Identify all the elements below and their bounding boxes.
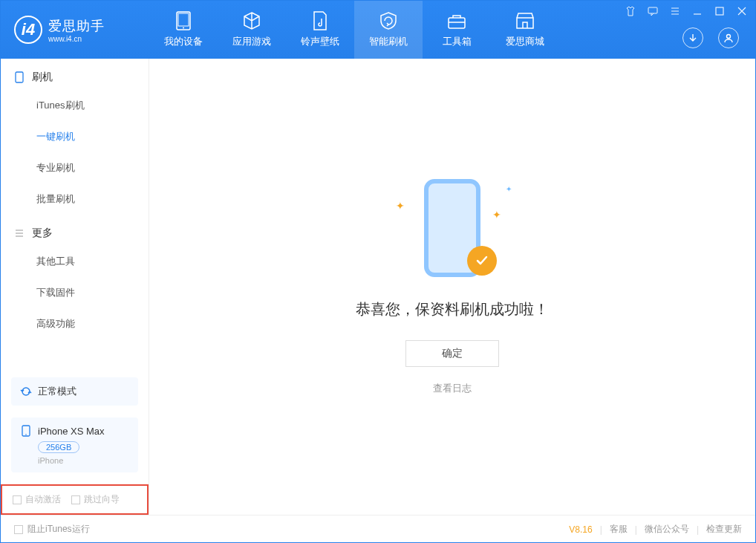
sparkle-icon: ✦ (396, 200, 405, 212)
tab-label: 铃声壁纸 (301, 35, 339, 48)
check-badge-icon (467, 246, 497, 276)
tab-toolbox[interactable]: 工具箱 (423, 1, 491, 59)
list-icon (14, 228, 25, 238)
svg-rect-0 (177, 12, 190, 30)
mode-box[interactable]: 正常模式 (11, 377, 138, 406)
tab-label: 我的设备 (164, 35, 203, 48)
section-title-label: 更多 (32, 227, 53, 240)
sidebar: 刷机 iTunes刷机 一键刷机 专业刷机 批量刷机 更多 其他工具 下载固件 … (1, 59, 149, 515)
sidebar-section-more: 更多 (1, 215, 149, 246)
sparkle-icon: ✦ (492, 209, 501, 221)
svg-point-6 (727, 35, 731, 39)
shirt-icon[interactable] (625, 5, 636, 17)
checkbox-box (13, 495, 22, 504)
confirm-button[interactable]: 确定 (405, 340, 499, 367)
footer: 阻止iTunes运行 V8.16 | 客服 | 微信公众号 | 检查更新 (1, 515, 755, 543)
sidebar-item-other-tools[interactable]: 其他工具 (1, 246, 149, 277)
svg-point-2 (183, 27, 184, 29)
minimize-icon[interactable] (691, 5, 703, 17)
capacity-badge: 256GB (38, 441, 79, 453)
footer-block-itunes[interactable]: 阻止iTunes运行 (14, 523, 90, 536)
phone-icon (20, 425, 32, 437)
footer-link-support[interactable]: 客服 (610, 523, 628, 536)
tab-store[interactable]: 爱思商城 (491, 1, 559, 59)
checkbox-label: 跳过向导 (84, 493, 120, 506)
sidebar-item-download-firmware[interactable]: 下载固件 (1, 277, 149, 308)
mode-label: 正常模式 (38, 385, 76, 398)
header-right-icons (682, 27, 739, 48)
svg-rect-1 (178, 13, 189, 26)
music-file-icon (310, 11, 330, 30)
maximize-icon[interactable] (714, 5, 726, 17)
checkbox-label: 自动激活 (25, 493, 61, 506)
tab-apps-games[interactable]: 应用游戏 (218, 1, 286, 59)
tab-label: 爱思商城 (506, 35, 544, 48)
toolbox-icon (447, 11, 466, 30)
section-title-label: 刷机 (32, 71, 53, 84)
main-content: ✦ ✦ ✦ 恭喜您，保资料刷机成功啦！ 确定 查看日志 (149, 59, 755, 515)
svg-rect-5 (716, 7, 723, 15)
footer-block-label: 阻止iTunes运行 (27, 523, 90, 536)
window-controls (625, 5, 748, 17)
view-log-link[interactable]: 查看日志 (433, 382, 472, 395)
sync-icon (20, 386, 32, 397)
checkbox-auto-activate[interactable]: 自动激活 (13, 493, 61, 506)
version-label: V8.16 (569, 524, 592, 535)
sidebar-item-oneclick-flash[interactable]: 一键刷机 (1, 121, 149, 152)
app-url: www.i4.cn (48, 35, 105, 43)
success-illustration: ✦ ✦ ✦ (400, 179, 504, 283)
success-title: 恭喜您，保资料刷机成功啦！ (356, 299, 549, 319)
close-icon[interactable] (736, 5, 748, 17)
svg-point-9 (25, 434, 27, 435)
logo-area: i4 爱思助手 www.i4.cn (1, 16, 149, 44)
app-header: i4 爱思助手 www.i4.cn 我的设备 应用游戏 铃声壁纸 智能刷机 工具… (1, 1, 755, 59)
checkbox-box (14, 525, 23, 534)
download-icon[interactable] (682, 27, 703, 48)
footer-link-update[interactable]: 检查更新 (706, 523, 742, 536)
tab-label: 工具箱 (443, 35, 472, 48)
sidebar-item-pro-flash[interactable]: 专业刷机 (1, 152, 149, 183)
footer-link-wechat[interactable]: 微信公众号 (645, 523, 689, 536)
tab-label: 智能刷机 (369, 35, 408, 48)
sidebar-section-flash: 刷机 (1, 59, 149, 90)
body-area: 刷机 iTunes刷机 一键刷机 专业刷机 批量刷机 更多 其他工具 下载固件 … (1, 59, 755, 515)
svg-rect-3 (449, 18, 465, 28)
device-box[interactable]: iPhone XS Max 256GB iPhone (11, 417, 138, 472)
sidebar-item-itunes-flash[interactable]: iTunes刷机 (1, 90, 149, 121)
sidebar-item-advanced[interactable]: 高级功能 (1, 308, 149, 339)
checkbox-skip-guide[interactable]: 跳过向导 (71, 493, 120, 506)
phone-small-icon (14, 72, 25, 82)
svg-rect-7 (16, 72, 23, 82)
device-name: iPhone XS Max (38, 426, 105, 437)
checkbox-box (71, 495, 80, 504)
logo-icon: i4 (14, 16, 42, 44)
tab-ringtone-wallpaper[interactable]: 铃声壁纸 (286, 1, 354, 59)
tab-label: 应用游戏 (232, 35, 271, 48)
footer-right: V8.16 | 客服 | 微信公众号 | 检查更新 (569, 523, 742, 536)
tab-my-device[interactable]: 我的设备 (149, 1, 218, 59)
sidebar-item-batch-flash[interactable]: 批量刷机 (1, 183, 149, 215)
feedback-icon[interactable] (647, 5, 659, 17)
store-icon (515, 11, 535, 30)
sparkle-icon: ✦ (506, 185, 512, 193)
main-tabs: 我的设备 应用游戏 铃声壁纸 智能刷机 工具箱 爱思商城 (149, 1, 559, 59)
app-title: 爱思助手 (48, 17, 105, 35)
tab-smart-flash[interactable]: 智能刷机 (354, 1, 423, 59)
device-icon (174, 11, 193, 30)
menu-icon[interactable] (669, 5, 681, 17)
logo-text: 爱思助手 www.i4.cn (48, 17, 105, 43)
user-icon[interactable] (718, 27, 739, 48)
device-type: iPhone (38, 456, 129, 465)
checkbox-row-highlighted: 自动激活 跳过向导 (1, 484, 149, 515)
svg-rect-4 (648, 7, 657, 13)
refresh-shield-icon (379, 11, 398, 30)
cube-icon (242, 11, 261, 30)
